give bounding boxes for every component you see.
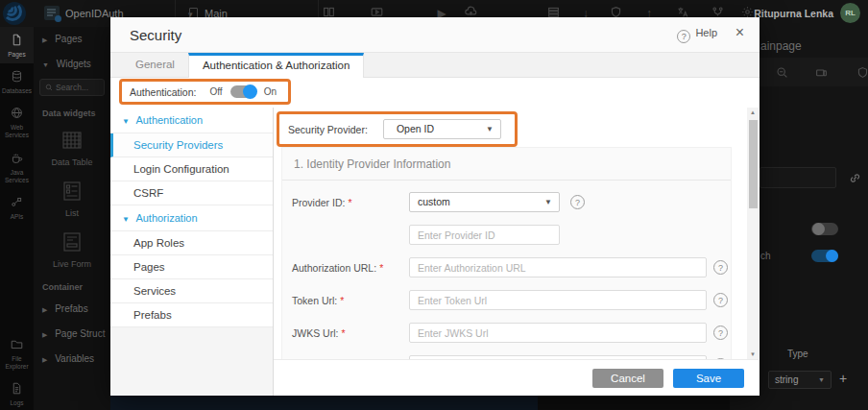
expanded-arrow-icon: ▼ (42, 61, 49, 68)
tree-page-structure[interactable]: ▶ Page Struct (34, 322, 110, 347)
authorization-url-input[interactable] (409, 257, 707, 277)
dialog-title: Security (130, 27, 181, 43)
chevron-down-icon: ▼ (818, 372, 825, 388)
save-button[interactable]: Save (673, 369, 744, 388)
globe-icon (11, 107, 23, 119)
authentication-toggle[interactable] (230, 85, 256, 98)
nav-item-security-providers[interactable]: Security Providers (110, 133, 273, 157)
coffee-cup-icon (11, 152, 23, 164)
user-avatar[interactable]: RL (840, 3, 860, 23)
help-icon[interactable]: ? (713, 260, 728, 275)
authentication-label: Authentication: (130, 86, 196, 98)
page-title-fragment: ainpage (760, 39, 802, 53)
project-icon[interactable] (44, 6, 60, 20)
rail-item-apis[interactable]: APIs (0, 189, 34, 226)
provider-id-select[interactable]: custom ▼ (409, 192, 560, 212)
expanded-arrow-icon: ▼ (122, 215, 130, 224)
provider-id-input[interactable] (409, 225, 560, 245)
toggle-on-label: On (264, 86, 277, 97)
tab-general[interactable]: General (122, 53, 188, 77)
property-input[interactable] (760, 167, 836, 188)
help-button[interactable]: ?Help (677, 27, 717, 43)
collapsed-arrow-icon: ▶ (42, 331, 47, 338)
security-dialog: Security ?Help × General Authentication … (110, 17, 760, 396)
nav-item-services[interactable]: Services (110, 279, 273, 303)
rail-item-file-explorer[interactable]: File Explorer (0, 331, 34, 375)
security-content: Security Provider: Open ID ▼ 1. Identity… (274, 108, 759, 396)
scroll-up-icon[interactable]: ▲ (747, 109, 759, 115)
zoom-out-icon[interactable] (776, 65, 788, 83)
property-label-fragment: ch (760, 251, 771, 261)
nav-item-prefabs[interactable]: Prefabs (110, 303, 273, 327)
collapsed-arrow-icon: ▶ (42, 36, 47, 43)
widget-tile-data-table[interactable]: Data Table (34, 123, 110, 174)
vertical-scrollbar[interactable]: ▲ ▼ (747, 108, 759, 359)
api-nodes-icon (11, 196, 23, 208)
widget-tile-list[interactable]: List (34, 174, 110, 225)
container-header: Container (34, 276, 110, 297)
toggle-off-label: Off (209, 86, 222, 97)
widgets-panel: ▶ Pages ▼ Widgets Search... Data widgets… (34, 27, 110, 410)
tree-prefabs[interactable]: ▶ Prefabs (34, 297, 110, 322)
wavemaker-logo-icon[interactable] (3, 2, 26, 25)
database-icon (11, 70, 23, 83)
dialog-header: Security ?Help × (110, 17, 760, 53)
cancel-button[interactable]: Cancel (592, 369, 663, 388)
document-icon (11, 34, 23, 46)
form-row-provider-id: Provider ID:* custom ▼ ? (292, 192, 731, 212)
shield-outline-icon[interactable] (856, 65, 868, 83)
token-url-input[interactable] (409, 290, 707, 310)
collapsed-arrow-icon: ▶ (42, 356, 47, 363)
help-icon[interactable]: ? (713, 326, 728, 340)
type-select[interactable]: string ▼ (768, 371, 832, 389)
data-table-icon (60, 129, 84, 152)
form-row-provider-id-value (292, 225, 731, 245)
live-form-icon (60, 230, 84, 253)
security-provider-label: Security Provider: (288, 124, 368, 135)
rail-item-java-services[interactable]: Java Services (0, 145, 34, 189)
rail-item-pages[interactable]: Pages (0, 27, 34, 63)
widget-tile-live-form[interactable]: Live Form (34, 225, 110, 276)
identity-provider-section: 1. Identity Provider Information Provide… (281, 147, 732, 359)
bind-link-icon[interactable] (849, 171, 861, 188)
help-icon[interactable]: ? (713, 293, 728, 307)
widget-search-input[interactable]: Search... (39, 79, 105, 96)
type-column-header: Type (787, 349, 808, 359)
device-preview-icon[interactable] (815, 65, 828, 83)
canvas-bottom-strip (110, 395, 538, 410)
security-provider-select[interactable]: Open ID ▼ (383, 119, 501, 139)
tree-pages[interactable]: ▶ Pages (34, 27, 110, 52)
tree-widgets[interactable]: ▼ Widgets (34, 52, 110, 77)
nav-item-csrf[interactable]: CSRF (110, 181, 273, 205)
nav-group-authorization[interactable]: ▼ Authorization (110, 205, 273, 231)
tree-variables[interactable]: ▶ Variables (34, 347, 110, 372)
form-row-token-url: Token Url:* ? (292, 290, 731, 310)
property-toggle-off[interactable] (811, 223, 838, 235)
security-provider-highlight-box: Security Provider: Open ID ▼ (277, 111, 518, 147)
section-title: 1. Identity Provider Information (282, 148, 731, 181)
nav-group-authentication[interactable]: ▼ Authentication (110, 108, 273, 133)
data-widgets-header: Data widgets (34, 102, 110, 123)
dialog-tabbar: General Authentication & Authorization (110, 53, 760, 78)
left-icon-rail: Pages Databases Web Services Java Servic… (0, 27, 34, 410)
form-row-jwks-url: JWKS Url:* ? (292, 323, 731, 343)
scrollbar-thumb[interactable] (749, 120, 758, 208)
tab-authentication-authorization[interactable]: Authentication & Authorization (188, 53, 364, 78)
close-icon[interactable]: × (735, 24, 744, 41)
rail-item-logs[interactable]: Logs (0, 375, 34, 410)
user-name[interactable]: Ritupurna Lenka (754, 8, 833, 19)
property-toggle-on[interactable] (811, 250, 838, 262)
nav-item-app-roles[interactable]: App Roles (110, 231, 273, 255)
chevron-down-icon: ▼ (544, 193, 552, 211)
collapsed-arrow-icon: ▶ (42, 306, 47, 313)
app-window: OpenIDAuth ▾ Main ▶ ↓ ↑ (0, 0, 868, 410)
add-field-button[interactable]: + (839, 371, 847, 386)
jwks-url-input[interactable] (409, 323, 707, 343)
nav-item-login-configuration[interactable]: Login Configuration (110, 157, 273, 181)
scroll-down-icon[interactable]: ▼ (747, 351, 759, 357)
rail-item-databases[interactable]: Databases (0, 63, 34, 100)
rail-item-web-services[interactable]: Web Services (0, 100, 34, 144)
authentication-toggle-row: Authentication: Off On (110, 78, 760, 108)
nav-item-pages[interactable]: Pages (110, 255, 273, 279)
help-icon[interactable]: ? (570, 195, 585, 209)
